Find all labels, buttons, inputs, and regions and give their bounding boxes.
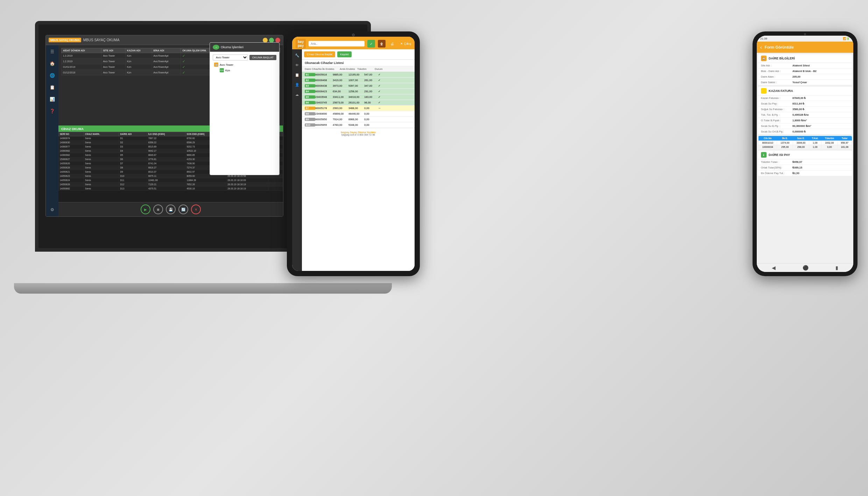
tablet-sidebar-icon1[interactable]: 🔧 — [294, 52, 300, 58]
mobile-body: 21:39 📶🔋 ‹ Form Görüntüle 🏠 DAİRE BİLGİL… — [753, 31, 858, 276]
device-table-cell: 14060630 — [59, 141, 84, 145]
device-table-cell: 14060982 — [59, 149, 84, 153]
sidebar-settings-icon[interactable]: ⚙ — [48, 206, 56, 214]
list-item[interactable]: B2800064683419,001007,00261,00✓ — [302, 78, 415, 83]
tablet-sidebar-icon3[interactable]: 📋 — [294, 72, 300, 78]
tablet-sidebar-icon5[interactable]: ☁ — [294, 91, 300, 98]
device-table-cell: 14050623 — [59, 174, 84, 178]
device-table-cell: 7129.21 — [147, 182, 185, 187]
okuma-arrow-icon: → — [213, 45, 219, 50]
kazan-section-icon: ⚡ — [761, 88, 767, 94]
sidebar-chart-icon[interactable]: 📊 — [48, 95, 56, 103]
device-table-cell: Seres — [84, 166, 119, 170]
tablet-green-btn[interactable]: ✓ — [367, 40, 375, 48]
cancel-button[interactable]: ✕ — [191, 204, 201, 214]
okuma-start-button[interactable]: OKUMA BAŞLAT — [249, 55, 276, 60]
save-button[interactable]: 💾 — [166, 204, 176, 214]
device-table-row: 14050682SeresD134375.514530.1628.03.19 1… — [59, 187, 283, 191]
device-table-cell: 14050628 — [59, 166, 84, 170]
daire-isi-header: 🌡 DAİRE ISI PAY — [758, 151, 852, 159]
mobile-content: 🏠 DAİRE BİLGİLERİ Site Adı : Atakent Sit… — [757, 53, 853, 268]
list-item[interactable]: B7800051782993,003488,000,00↔ — [302, 106, 415, 111]
table-cell: Avcı Tower — [101, 53, 126, 59]
cihaz-okuma-button[interactable]: Cihaz Okuma Başlat — [304, 51, 335, 57]
kaydet-button[interactable]: Kaydet — [337, 51, 352, 57]
table-cell: Kzn — [126, 64, 152, 70]
list-item[interactable]: B82349069045899,0046446,000,00 — [302, 111, 415, 117]
blok-value: Atakent B blok - B2 — [792, 70, 817, 73]
list-cell: 3488,00 — [348, 107, 364, 110]
list-cell: 5348,00 — [348, 123, 364, 127]
device-table-cell: D13 — [119, 187, 147, 191]
device-table-row: 14050628SeresD127129.217652.2628.03.19 1… — [59, 182, 283, 187]
maximize-button[interactable] — [269, 38, 274, 43]
list-item[interactable]: B1800059169885,0012195,00547,00✓ — [302, 72, 415, 78]
list-cell: 23490690 — [315, 112, 333, 115]
list-item[interactable]: B10800059554783,005348,000,00 — [302, 122, 415, 128]
dth-ilk: İLK END.(KWH) — [147, 132, 185, 136]
stop-button[interactable]: ⏹ — [153, 204, 163, 214]
list-cell: 183,00 — [364, 95, 378, 99]
cihaz-cell: 10000034 — [758, 145, 777, 149]
sidebar-menu-icon[interactable]: ☰ — [48, 48, 56, 56]
sidebar-globe-icon[interactable]: 🌐 — [48, 72, 56, 79]
list-item[interactable]: B62340374525673,0026101,0096,00✓ — [302, 100, 415, 106]
sakin-value: Yusuf Çınar — [792, 81, 807, 84]
cth-tuketim: Tüketim — [821, 136, 838, 141]
sidebar-doc-icon[interactable]: 📋 — [48, 84, 56, 91]
sidebar-help-icon[interactable]: ❓ — [48, 107, 56, 115]
table-cell: Kzn — [126, 59, 152, 64]
mobile-back-button[interactable]: ‹ — [760, 44, 762, 50]
device-table-cell: 6816.27 — [147, 166, 185, 170]
list-item[interactable]: B480006423634,001258,00291,00✓ — [302, 89, 415, 94]
dth-seri: SERİ NO — [59, 132, 84, 136]
refresh-button[interactable]: 🔄 — [178, 204, 188, 214]
device-table-cell: 7897.22 — [147, 136, 185, 141]
device-table-cell: D6 — [119, 157, 147, 161]
nav-back-btn[interactable]: ◀ — [772, 265, 776, 271]
kazan-row-1: Sıcak Su Pay : 8311,84 ₺ — [758, 101, 852, 107]
kazan-label-4: O.Tutar B.Fiyatı : — [761, 119, 792, 122]
tablet-sidebar-icon2[interactable]: 👁 — [294, 62, 300, 68]
device-table-cell: D9 — [119, 170, 147, 174]
tablet-sidebar-icon4[interactable]: 👤 — [294, 81, 300, 88]
device-table-cell: Seres — [84, 187, 119, 191]
list-item[interactable]: B9800059507914,008966,000,00 — [302, 117, 415, 122]
list-item[interactable]: B52340354833411,0034018,00183,00✓ — [302, 94, 415, 100]
list-badge: B6 — [305, 101, 315, 104]
okuma-title: Okuma İşlemleri — [221, 45, 244, 49]
okuma-select[interactable]: Avcı Tower — [213, 55, 248, 60]
list-cell: 5397,00 — [348, 84, 364, 87]
tablet-camera — [352, 34, 355, 36]
tablet-topbar: baypay ✓ 🗑 🖨 ✕ Çıkış — [292, 37, 415, 51]
table-cell: 1.3.2019 — [62, 53, 101, 59]
mobile-container: 21:39 📶🔋 ‹ Form Görüntüle 🏠 DAİRE BİLGİL… — [753, 31, 858, 276]
nav-home-btn[interactable]: ⚫ — [803, 265, 809, 271]
tablet-rows-container: B1800059169885,0012195,00547,00✓B2800064… — [302, 72, 415, 128]
alan-label: Daire Alanı : — [761, 75, 792, 78]
close-button[interactable] — [275, 38, 280, 43]
okuma-dropdown: Avcı Tower OKUMA BAŞLAT — [213, 55, 276, 60]
device-table-cell: Seres — [84, 145, 119, 149]
device-table-cell: Seres — [84, 182, 119, 187]
tablet-print-btn[interactable]: 🖨 — [388, 40, 396, 48]
list-cell: 23403548 — [315, 95, 333, 99]
list-cell: 80006468 — [315, 79, 333, 82]
tablet-search-input[interactable] — [309, 41, 365, 46]
device-table-cell: D4 — [119, 149, 147, 153]
device-table-cell: Seres — [84, 136, 119, 141]
list-badge: B5 — [305, 95, 315, 99]
nav-recents-btn[interactable]: ▮ — [835, 265, 838, 271]
sidebar-home-icon[interactable]: 🏠 — [48, 60, 56, 67]
kazan-value-1: 8311,84 ₺ — [792, 102, 804, 105]
kazan-label-3: Tük. Tut. B.Fly. : — [761, 113, 792, 116]
table-cell: AvcıTowerApt — [152, 64, 181, 70]
mobile-status-icons: 📶🔋 — [843, 37, 850, 40]
minimize-button[interactable] — [263, 38, 268, 43]
play-button[interactable]: ▶ — [141, 204, 150, 214]
tablet-brown-btn[interactable]: 🗑 — [378, 40, 386, 48]
list-item[interactable]: B3800064383973,005397,00347,00✓ — [302, 83, 415, 89]
kazan-section-title: KAZAN FATURA — [769, 89, 793, 93]
cihaz-table-section: Cih.No İlk E. Son E. T.Kat. Tüketim Tuta… — [758, 136, 852, 149]
table-cell: AvcıTowerApt — [152, 59, 181, 64]
